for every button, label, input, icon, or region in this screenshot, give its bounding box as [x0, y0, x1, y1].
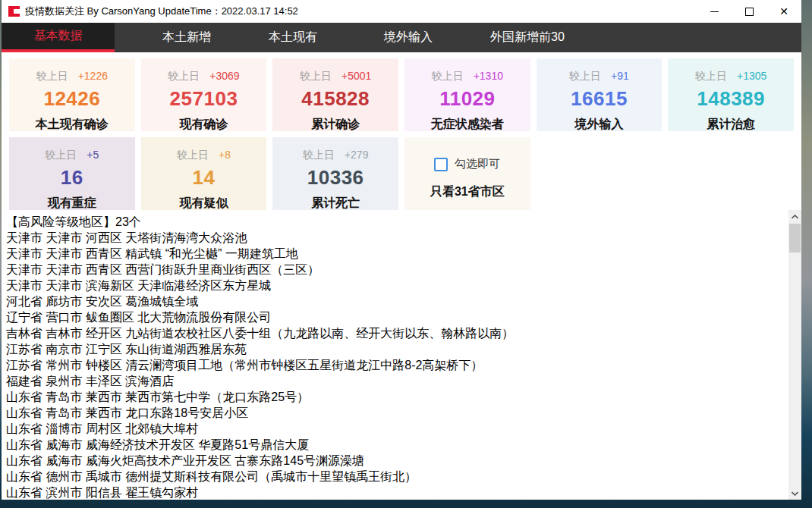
compare-label: 较上日: [177, 149, 209, 161]
minimize-icon: [710, 11, 719, 12]
delta-value: +279: [345, 149, 369, 161]
stat-card: 较上日+516现有重症: [9, 137, 135, 210]
checkbox-card-title: 只看31省市区: [404, 184, 530, 200]
compare-label: 较上日: [36, 70, 68, 82]
chevron-down-icon: [792, 491, 798, 496]
stat-label: 现有确诊: [141, 117, 267, 133]
card-compare-row: 较上日+279: [272, 149, 398, 162]
list-item: 山东省 淄博市 周村区 北郊镇大埠村: [6, 421, 783, 437]
maximize-button[interactable]: [732, 0, 766, 23]
stat-value: 257103: [141, 87, 267, 111]
scrollbar[interactable]: [788, 210, 801, 500]
list-item: 山东省 滨州市 阳信县 翟王镇勾家村: [6, 484, 783, 500]
stat-value: 10336: [272, 166, 398, 190]
list-rows: 天津市 天津市 河西区 天塔街清海湾大众浴池天津市 天津市 西青区 精武镇 “和…: [6, 230, 783, 500]
stat-label: 累计死亡: [272, 196, 398, 212]
stat-value: 148389: [668, 87, 794, 111]
scroll-down-button[interactable]: [788, 487, 801, 500]
delta-value: +1305: [737, 70, 766, 82]
stat-value: 16: [9, 166, 135, 190]
stat-card: 较上日+122612426本土现有确诊: [9, 58, 135, 131]
list-item: 江苏省 常州市 钟楼区 清云澜湾项目工地（常州市钟楼区五星街道龙江中路8-2高架…: [6, 357, 783, 373]
scrollbar-thumb[interactable]: [789, 224, 801, 252]
checkbox-label[interactable]: 勾选即可: [455, 157, 500, 171]
card-compare-row: 较上日+8: [141, 149, 267, 162]
stat-label: 境外输入: [537, 117, 663, 133]
compare-label: 较上日: [569, 70, 601, 82]
tab-4[interactable]: 境外输入: [355, 23, 461, 52]
list-item: 山东省 德州市 禹城市 德州提艾斯科技有限公司（禹城市十里望镇禹王街北）: [6, 469, 783, 484]
window-controls: ✕: [697, 0, 801, 23]
stat-label: 本土现有确诊: [9, 117, 135, 133]
list-item: 吉林省 吉林市 经开区 九站街道农校社区八委十组（九龙路以南、经开大街以东、翰林…: [6, 325, 783, 341]
card-compare-row: 较上日+3069: [141, 70, 267, 83]
stat-value: 415828: [272, 87, 398, 111]
scroll-up-button[interactable]: [788, 210, 801, 223]
app-window: 疫情数据关注 By CarsonYang UpdateTime：2022.03.…: [2, 0, 801, 500]
list-item: 山东省 青岛市 莱西市 龙口东路18号安居小区: [6, 405, 783, 421]
stat-value: 11029: [404, 87, 530, 111]
chevron-up-icon: [792, 215, 798, 219]
list-item: 江苏省 南京市 江宁区 东山街道湖西雅居东苑: [6, 341, 783, 357]
tab-1[interactable]: 基本数据: [2, 23, 115, 52]
main-content: 较上日+122612426本土现有确诊较上日+3069257103现有确诊较上日…: [2, 52, 801, 500]
list-item: 山东省 威海市 威海火炬高技术产业开发区 古寨东路145号渊源澡塘: [6, 453, 783, 469]
delta-value: +5: [87, 149, 99, 161]
stat-label: 累计确诊: [272, 117, 398, 133]
minimize-button[interactable]: [697, 0, 732, 23]
list-item: 天津市 天津市 滨海新区 天津临港经济区东方星城: [6, 278, 783, 293]
stat-card: 较上日+3069257103现有确诊: [141, 58, 267, 131]
stat-value: 16615: [537, 87, 663, 111]
card-compare-row: 较上日+91: [537, 70, 663, 83]
province-filter-card: 勾选即可 只看31省市区: [404, 137, 530, 210]
tab-5[interactable]: 外国新增前30: [461, 23, 593, 52]
tab-3[interactable]: 本土现有: [240, 23, 346, 52]
compare-label: 较上日: [45, 149, 77, 161]
tab-2[interactable]: 本土新增: [134, 23, 240, 52]
compare-label: 较上日: [300, 70, 332, 82]
compare-label: 较上日: [303, 149, 335, 161]
list-item: 河北省 廊坊市 安次区 葛渔城镇全域: [6, 293, 783, 309]
stat-label: 现有疑似: [141, 196, 267, 212]
delta-value: +3069: [209, 70, 239, 82]
close-icon: ✕: [779, 6, 788, 17]
stat-label: 无症状感染者: [404, 117, 530, 133]
tab-bar: 基本数据本土新增本土现有境外输入外国新增前30: [2, 23, 801, 52]
compare-label: 较上日: [432, 70, 464, 82]
checkbox[interactable]: [434, 158, 448, 171]
compare-label: 较上日: [695, 70, 727, 82]
stat-label: 累计治愈: [668, 117, 794, 133]
compare-label: 较上日: [168, 70, 200, 82]
list-item: 福建省 泉州市 丰泽区 滨海酒店: [6, 373, 783, 389]
list-item: 天津市 天津市 西青区 精武镇 “和光尘樾” 一期建筑工地: [6, 246, 783, 262]
card-compare-row: 较上日+5001: [272, 70, 398, 83]
list-item: 天津市 天津市 河西区 天塔街清海湾大众浴池: [6, 230, 783, 246]
stats-row-1: 较上日+122612426本土现有确诊较上日+3069257103现有确诊较上日…: [2, 52, 801, 131]
delta-value: +8: [219, 149, 231, 161]
delta-value: +91: [611, 70, 629, 82]
card-compare-row: 较上日+1226: [9, 70, 135, 83]
list-item: 山东省 青岛市 莱西市 莱西市第七中学（龙口东路25号）: [6, 389, 783, 405]
stat-card: 较上日+814现有疑似: [141, 137, 267, 210]
delta-value: +5001: [341, 70, 371, 82]
card-compare-row: 较上日+5: [9, 149, 135, 162]
card-compare-row: 较上日+1305: [668, 70, 794, 83]
app-logo-icon: [8, 6, 20, 17]
delta-value: +1226: [78, 70, 108, 82]
list-item: 山东省 威海市 威海经济技术开发区 华夏路51号鼎信大厦: [6, 437, 783, 453]
maximize-icon: [745, 8, 754, 16]
stat-value: 14: [141, 166, 267, 190]
risk-list: 【高风险等级地区】23个 天津市 天津市 河西区 天塔街清海湾大众浴池天津市 天…: [2, 210, 801, 500]
stat-label: 现有重症: [9, 196, 135, 212]
card-compare-row: 较上日+1310: [404, 70, 530, 83]
stat-value: 12426: [9, 87, 135, 111]
stat-card: 较上日+5001415828累计确诊: [272, 58, 398, 131]
stat-card: 较上日+131011029无症状感染者: [404, 58, 530, 131]
stat-card: 较上日+9116615境外输入: [537, 58, 663, 131]
window-title: 疫情数据关注 By CarsonYang UpdateTime：2022.03.…: [25, 5, 298, 18]
close-button[interactable]: ✕: [766, 0, 801, 23]
delta-value: +1310: [474, 70, 503, 82]
stat-card: 较上日+1305148389累计治愈: [668, 58, 794, 131]
title-bar: 疫情数据关注 By CarsonYang UpdateTime：2022.03.…: [2, 0, 801, 23]
list-header: 【高风险等级地区】23个: [6, 214, 783, 230]
